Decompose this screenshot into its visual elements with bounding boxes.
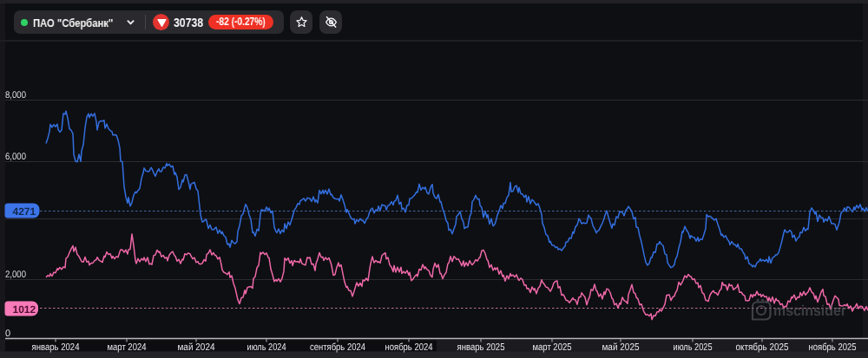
svg-text:2,000: 2,000 <box>5 270 26 280</box>
svg-text:1012: 1012 <box>13 303 36 316</box>
svg-text:сентябрь 2024: сентябрь 2024 <box>310 342 365 353</box>
svg-text:8,000: 8,000 <box>5 90 26 101</box>
svg-text:май 2025: май 2025 <box>602 342 640 353</box>
svg-text:4271: 4271 <box>13 205 36 218</box>
svg-text:июль 2025: июль 2025 <box>674 342 713 353</box>
svg-text:0: 0 <box>5 329 10 339</box>
svg-text:март 2024: март 2024 <box>108 342 147 353</box>
svg-text:ноябрь 2025: ноябрь 2025 <box>809 342 857 353</box>
svg-text:ноябрь 2024: ноябрь 2024 <box>385 342 433 353</box>
svg-text:июль 2024: июль 2024 <box>247 342 286 353</box>
svg-text:mscinsider: mscinsider <box>773 303 846 319</box>
svg-text:6,000: 6,000 <box>5 152 26 162</box>
svg-text:май 2024: май 2024 <box>178 342 216 353</box>
svg-text:март 2025: март 2025 <box>533 342 572 353</box>
svg-text:январь 2025: январь 2025 <box>457 342 505 353</box>
svg-text:январь 2024: январь 2024 <box>32 342 80 353</box>
svg-text:октябрь 2025: октябрь 2025 <box>736 342 789 353</box>
